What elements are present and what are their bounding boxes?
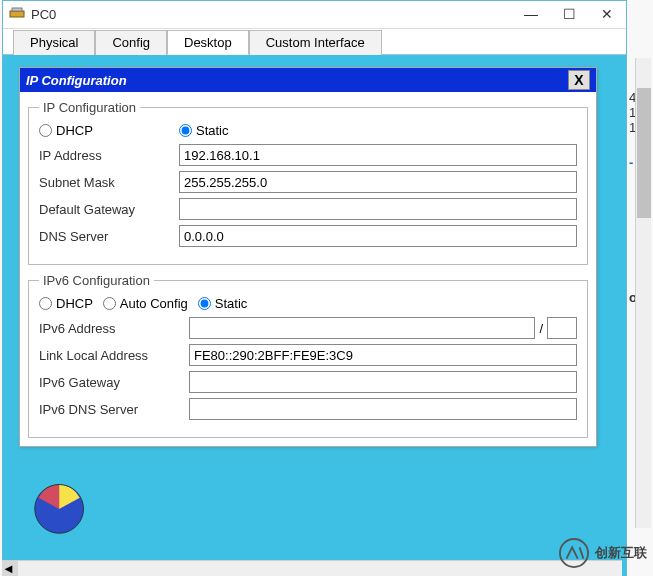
desktop-app-icon[interactable] [31,477,91,537]
minimize-button[interactable]: — [512,2,550,28]
ipv6-gateway-input[interactable] [189,371,577,393]
title-bar: PC0 — ☐ ✕ [3,1,626,29]
subwindow-close-button[interactable]: X [568,70,590,90]
maximize-button[interactable]: ☐ [550,2,588,28]
dhcp-radio-label[interactable]: DHCP [39,123,169,138]
scroll-left-button[interactable]: ◄ [2,561,18,576]
window-close-button[interactable]: ✕ [588,2,626,28]
static-radio-label[interactable]: Static [179,123,229,138]
prefix-separator: / [535,321,547,336]
ipv6-dhcp-radio[interactable] [39,297,52,310]
horizontal-scrollbar[interactable]: ◄ [2,560,622,576]
ipv6-address-input[interactable] [189,317,535,339]
link-local-input[interactable] [189,344,577,366]
subwindow-title-bar: IP Configuration X [20,68,596,92]
svg-rect-0 [10,11,24,17]
ipv6-address-label: IPv6 Address [39,321,189,336]
tab-bar: Physical Config Desktop Custom Interface [3,29,626,55]
ipv4-fieldset: IP Configuration DHCP Static IP Address [28,100,588,265]
ipv6-dhcp-radio-label[interactable]: DHCP [39,296,93,311]
ipv6-auto-radio-label[interactable]: Auto Config [103,296,188,311]
ipv6-gateway-label: IPv6 Gateway [39,375,189,390]
dns-server-input[interactable] [179,225,577,247]
brand-logo-icon [559,538,589,568]
tab-desktop[interactable]: Desktop [167,30,249,55]
watermark-text: 创新互联 [595,544,647,562]
ipv6-legend: IPv6 Configuration [39,273,154,288]
ipv6-dns-label: IPv6 DNS Server [39,402,189,417]
app-icon [9,5,25,24]
vertical-scrollbar[interactable] [635,58,651,528]
tab-physical[interactable]: Physical [13,30,95,55]
watermark: 创新互联 [559,538,647,568]
vertical-scroll-thumb[interactable] [637,88,651,218]
subwindow-title: IP Configuration [26,73,568,88]
ipv6-prefix-input[interactable] [547,317,577,339]
ipv6-auto-radio[interactable] [103,297,116,310]
dhcp-radio[interactable] [39,124,52,137]
ipv6-static-radio[interactable] [198,297,211,310]
ip-address-input[interactable] [179,144,577,166]
default-gateway-label: Default Gateway [39,202,179,217]
pc0-window: PC0 — ☐ ✕ Physical Config Desktop Custom… [2,0,627,576]
window-title: PC0 [31,7,56,22]
subnet-mask-label: Subnet Mask [39,175,179,190]
ipv6-static-radio-label[interactable]: Static [198,296,248,311]
ip-address-label: IP Address [39,148,179,163]
link-local-label: Link Local Address [39,348,189,363]
ipv6-fieldset: IPv6 Configuration DHCP Auto Config Stat… [28,273,588,438]
static-radio[interactable] [179,124,192,137]
tab-config[interactable]: Config [95,30,167,55]
desktop-area: IP Configuration X IP Configuration DHCP… [3,55,626,575]
tab-custom-interface[interactable]: Custom Interface [249,30,382,55]
subnet-mask-input[interactable] [179,171,577,193]
ipv4-legend: IP Configuration [39,100,140,115]
ipv6-dns-input[interactable] [189,398,577,420]
ip-configuration-window: IP Configuration X IP Configuration DHCP… [19,67,597,447]
dns-server-label: DNS Server [39,229,179,244]
default-gateway-input[interactable] [179,198,577,220]
svg-rect-1 [12,8,22,11]
